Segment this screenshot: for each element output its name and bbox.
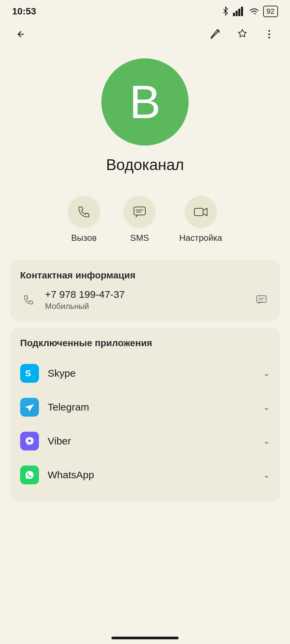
video-icon	[193, 204, 208, 220]
viber-chevron-icon: ⌄	[263, 436, 270, 446]
settings-button-circle	[185, 196, 217, 228]
phone-type: Мобильный	[45, 302, 245, 311]
battery-level: 92	[267, 7, 275, 16]
phone-number: +7 978 199-47-37	[45, 289, 245, 300]
sms-icon	[132, 204, 147, 220]
whatsapp-chevron-icon: ⌄	[263, 470, 270, 480]
svg-rect-10	[194, 208, 203, 216]
svg-text:S: S	[25, 368, 31, 378]
contact-name: Водоканал	[106, 156, 184, 174]
svg-rect-2	[238, 9, 240, 16]
sms-label: SMS	[130, 233, 149, 243]
sms-button-circle	[124, 196, 156, 228]
telegram-icon	[20, 398, 39, 417]
more-button[interactable]	[262, 27, 277, 42]
signal-icon	[233, 7, 245, 16]
phone-info: +7 978 199-47-37 Мобильный	[45, 289, 245, 311]
list-item[interactable]: S Skype ⌄	[20, 357, 270, 390]
svg-rect-0	[233, 13, 235, 16]
svg-rect-11	[257, 296, 266, 303]
avatar-letter: В	[129, 78, 160, 125]
whatsapp-logo	[23, 469, 36, 481]
star-button[interactable]	[235, 27, 250, 42]
phone-row[interactable]: +7 978 199-47-37 Мобильный	[20, 289, 270, 311]
svg-rect-7	[134, 207, 145, 215]
call-button-circle	[68, 196, 100, 228]
whatsapp-label: WhatsApp	[48, 469, 263, 481]
status-time: 10:53	[12, 6, 36, 17]
skype-label: Skype	[48, 368, 263, 379]
svg-point-4	[269, 30, 270, 32]
viber-label: Viber	[48, 435, 263, 447]
action-buttons: Вызов SMS Настройка	[0, 193, 290, 253]
svg-point-6	[269, 37, 270, 39]
call-button[interactable]: Вызов	[68, 196, 100, 243]
avatar: В	[101, 58, 189, 146]
battery-indicator: 92	[263, 6, 278, 17]
settings-button[interactable]: Настройка	[179, 196, 222, 243]
connected-apps-title: Подключенные приложения	[20, 338, 270, 348]
whatsapp-icon	[20, 466, 39, 484]
call-label: Вызов	[71, 233, 97, 243]
phone-icon	[76, 204, 92, 220]
phone-row-icon	[20, 291, 37, 308]
telegram-logo	[23, 401, 36, 413]
sms-quick-button[interactable]	[253, 291, 270, 308]
contact-info-title: Контактная информация	[20, 270, 270, 281]
svg-rect-1	[236, 11, 238, 16]
wifi-icon	[248, 7, 260, 16]
telegram-chevron-icon: ⌄	[263, 402, 270, 412]
more-icon	[263, 28, 275, 40]
connected-apps-card: Подключенные приложения S Skype ⌄ Telegr…	[10, 328, 280, 502]
edit-icon	[209, 28, 222, 40]
settings-label: Настройка	[179, 233, 222, 243]
star-icon	[236, 28, 248, 40]
sms-button[interactable]: SMS	[124, 196, 156, 243]
status-bar: 10:53 92	[0, 0, 290, 20]
telegram-label: Telegram	[48, 401, 263, 413]
skype-icon: S	[20, 364, 39, 383]
back-button[interactable]	[13, 27, 28, 42]
back-icon	[15, 28, 27, 40]
top-nav	[0, 20, 290, 48]
bottom-bar	[0, 624, 290, 644]
list-item[interactable]: Viber ⌄	[20, 424, 270, 458]
contact-info-card: Контактная информация +7 978 199-47-37 М…	[10, 260, 280, 321]
nav-left	[13, 27, 28, 42]
nav-right	[208, 27, 277, 42]
viber-logo	[23, 435, 36, 447]
skype-chevron-icon: ⌄	[263, 369, 270, 378]
home-indicator	[111, 637, 179, 639]
phone-call-icon	[22, 293, 35, 306]
viber-icon	[20, 432, 39, 450]
list-item[interactable]: Telegram ⌄	[20, 390, 270, 424]
edit-button[interactable]	[208, 27, 223, 42]
bluetooth-icon	[222, 6, 230, 16]
skype-logo: S	[23, 367, 36, 379]
svg-point-5	[269, 34, 270, 35]
sms-quick-icon	[255, 293, 268, 306]
list-item[interactable]: WhatsApp ⌄	[20, 458, 270, 492]
svg-rect-3	[241, 7, 243, 16]
status-icons: 92	[222, 6, 278, 17]
avatar-section: В Водоканал	[0, 48, 290, 193]
